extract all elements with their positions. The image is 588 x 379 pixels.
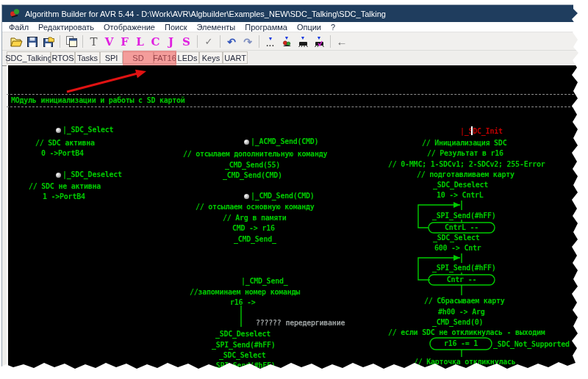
comment-line[interactable]: // Результат в r16 — [427, 149, 503, 158]
operator-line[interactable]: _SPI_Send(#hFF) — [212, 341, 276, 350]
undo-button[interactable]: ↶ — [223, 35, 240, 49]
program-chip-button[interactable]: ▼ — [295, 35, 311, 49]
save-project-button[interactable] — [40, 35, 57, 49]
algorithm-canvas[interactable]: МОдуль инициализации и работы с SD карто… — [7, 65, 580, 374]
menu-file[interactable]: Файл — [9, 23, 29, 32]
vertex-cmd-send[interactable]: |_CMD_Send(CMD) — [244, 192, 315, 201]
jump-label[interactable]: _SDC_Not_Supported — [493, 340, 570, 349]
check-button[interactable]: ✓ — [201, 35, 217, 49]
operator-line[interactable]: 1 ->PortB4 — [43, 192, 85, 201]
comment-line[interactable]: // если SDC не откликнулась - выходим — [388, 328, 545, 337]
tab-fat16[interactable]: FAT16 — [154, 51, 176, 64]
settings-tool-button[interactable]: S — [179, 35, 194, 49]
vertex-cmd-send-sub[interactable]: |_CMD_Send_ — [241, 277, 287, 286]
operator-line[interactable]: _CMD_Send(0) — [432, 318, 483, 327]
save-button[interactable] — [24, 35, 40, 49]
comment-line[interactable]: // Карточка откликнулась — [414, 358, 516, 367]
vertex-sdc-init-selected[interactable]: |_SDC_Init — [460, 127, 503, 136]
module-separator — [7, 94, 574, 95]
toolbar-separator — [220, 35, 220, 48]
operator-line[interactable]: CMD -> r16 — [232, 224, 275, 233]
comment-line[interactable]: // SDC не активна — [29, 182, 101, 191]
run-simulator-button[interactable]: ▼ — [279, 35, 295, 49]
comment-line[interactable]: // подготавливаем карту — [417, 170, 514, 179]
window-title: Algorithm Builder for AVR 5.44 - D:\Work… — [25, 10, 386, 18]
comment-line[interactable]: // Инициализация SDC — [422, 139, 506, 148]
toolbar: T V F L C J S ✓ ↶ ↷ ▼ ... ▼ — [2, 33, 580, 51]
tab-uart[interactable]: UART — [223, 51, 248, 64]
operator-line[interactable]: _SDC_Select — [433, 234, 479, 242]
open-button[interactable] — [8, 35, 24, 49]
note-line[interactable]: ?????? передергивание — [256, 319, 345, 328]
vertex-bullet-icon — [244, 140, 249, 145]
text-tool-button[interactable]: T — [86, 35, 101, 49]
verify-chip-button[interactable]: ▼ — [311, 35, 327, 49]
vertex-sdc-deselect[interactable]: |_SDC_Deselect — [56, 170, 122, 179]
menu-search[interactable]: Поиск — [165, 23, 187, 32]
operator-line[interactable]: _SPI_Send(#hFF) — [212, 361, 276, 370]
loop-condition-oval[interactable]: Cntr -- — [429, 275, 495, 284]
menu-elements[interactable]: Элементы — [196, 23, 235, 32]
menu-bar: Файл Редактировать Отображение Поиск Эле… — [2, 22, 580, 32]
operator-line[interactable]: 10 -> CntrL — [437, 191, 483, 200]
compile-dots-icon: ... — [266, 41, 274, 46]
operator-line[interactable]: _SDC_Select — [219, 351, 265, 360]
tab-spi[interactable]: SPI — [100, 51, 123, 64]
comment-line[interactable]: // отсылаем дополнительную команду — [183, 150, 327, 159]
operator-line[interactable]: _CMD_Send(CMD) — [223, 171, 282, 180]
operator-line[interactable]: _SPI_Send(#hFF) — [432, 264, 496, 272]
menu-help[interactable]: ? — [331, 23, 335, 32]
toolbar-separator — [60, 35, 60, 48]
label-tool-button[interactable]: L — [132, 35, 148, 49]
operator-line[interactable]: _SDC_Deselect — [215, 330, 270, 339]
comment-line[interactable]: // Сбрасываем карту — [424, 297, 505, 306]
field-tool-button[interactable]: F — [117, 35, 132, 49]
chip-check-icon — [314, 40, 325, 47]
vertex-acmd-send[interactable]: |_ACMD_Send(CMD) — [244, 137, 318, 146]
tab-sd[interactable]: SD — [123, 51, 154, 64]
menu-options[interactable]: Опции — [297, 23, 321, 32]
loop-condition-oval[interactable]: CntrL -- — [429, 223, 495, 232]
operator-line[interactable]: r16 -> — [230, 298, 256, 307]
condition-oval[interactable]: r16 -= 1 — [430, 339, 492, 348]
operator-line[interactable]: _CMD_Send_ — [234, 235, 276, 244]
operator-line[interactable]: 0 ->PortB4 — [41, 149, 84, 158]
back-arrow-icon: ← — [337, 35, 348, 48]
screenshot-page: Algorithm Builder for AVR 5.44 - D:\Work… — [0, 0, 588, 379]
vertex-bullet-icon — [244, 194, 249, 199]
tab-keys[interactable]: Keys — [199, 51, 223, 64]
simulator-icon — [282, 40, 292, 47]
comment-line[interactable]: // отсылаем основную команду — [196, 203, 315, 212]
vertex-sdc-select[interactable]: |_SDC_Select — [56, 126, 113, 134]
comment-line[interactable]: // SDC активна — [35, 139, 95, 148]
redo-button[interactable]: ↷ — [240, 35, 256, 49]
copy-block-button[interactable] — [63, 35, 79, 49]
comment-line[interactable]: //запоминаем номер команды — [190, 288, 300, 297]
chip-icon — [298, 40, 309, 47]
canvas-border — [7, 65, 8, 374]
menu-edit[interactable]: Редактировать — [38, 23, 94, 32]
module-separator — [7, 107, 574, 107]
condition-tool-button[interactable]: C — [148, 35, 163, 49]
vertex-tool-button[interactable]: V — [101, 35, 117, 49]
operator-line[interactable]: _SPI_Send(#hFF) — [432, 212, 496, 220]
operator-line[interactable]: _SDC_Deselect — [433, 181, 488, 190]
comment-line[interactable]: // Arg в памяти — [223, 214, 287, 223]
title-bar[interactable]: Algorithm Builder for AVR 5.44 - D:\Work… — [2, 5, 580, 22]
operator-line[interactable]: _CMD_Send(55) — [225, 161, 280, 170]
tab-sdc-talking[interactable]: SDC_Talking — [7, 51, 51, 64]
operator-line[interactable]: #h00 -> Arg — [438, 308, 484, 317]
module-header[interactable]: МОдуль инициализации и работы с SD карто… — [11, 96, 185, 105]
jump-tool-button[interactable]: J — [163, 35, 179, 49]
toolbar-separator — [259, 35, 259, 48]
annotation-arrow — [67, 70, 146, 92]
tab-leds[interactable]: LEDs — [176, 51, 199, 64]
menu-program[interactable]: Программа — [245, 23, 287, 32]
tab-rtos[interactable]: RTOS — [51, 51, 75, 64]
comment-line[interactable]: // 0-MMC; 1-SDCv1; 2-SDCv2; 255-Error — [388, 160, 545, 169]
back-button[interactable]: ← — [334, 35, 350, 49]
tab-tasks[interactable]: Tasks — [75, 51, 100, 64]
compile-button[interactable]: ▼ ... — [262, 35, 279, 49]
menu-view[interactable]: Отображение — [104, 23, 155, 32]
operator-line[interactable]: 600 -> Cntr — [434, 244, 481, 253]
